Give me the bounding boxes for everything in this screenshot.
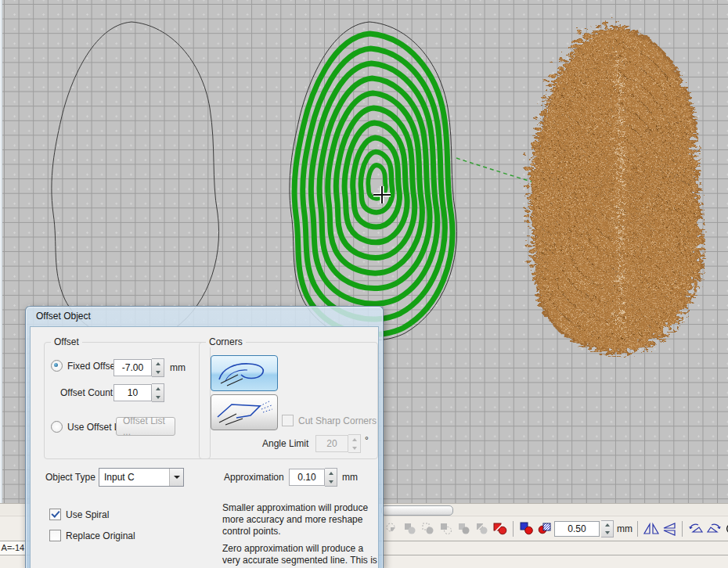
overlap-objects-icon[interactable]	[518, 519, 535, 538]
corners-group-label: Corners	[206, 336, 246, 347]
approximation-label: Approximation	[224, 472, 284, 483]
angle-limit-field[interactable]: 20	[315, 435, 348, 452]
angle-limit-label: Angle Limit	[262, 438, 308, 449]
angle-limit-unit: °	[365, 435, 369, 446]
offset-count-value: 10	[128, 387, 138, 398]
fixed-offset-unit: mm	[170, 362, 186, 373]
approximation-unit: mm	[342, 472, 358, 483]
offset-count-spinner[interactable]	[152, 383, 164, 402]
toolbar-separator	[682, 521, 683, 537]
status-text: 0 A=-14	[0, 543, 24, 552]
shaping-divide-icon[interactable]	[492, 519, 508, 538]
offset-group: Offset Fixed Offset -7.00 mm Offset Coun…	[44, 342, 211, 459]
offset-object-dialog: Offset Object Offset Fixed Offset -7.00 …	[25, 306, 384, 568]
round-corners-button[interactable]	[211, 355, 278, 391]
replace-original-label: Replace Original	[66, 530, 135, 541]
chevron-down-icon	[174, 476, 180, 479]
cut-sharp-corners-label: Cut Sharp Corners	[298, 415, 377, 426]
crosshair-cursor	[373, 186, 391, 203]
rotate-cw-icon[interactable]	[705, 519, 722, 538]
offset-group-label: Offset	[51, 336, 82, 347]
pattern-fill-icon[interactable]	[536, 519, 553, 538]
approximation-field[interactable]: 0.10	[289, 469, 325, 486]
use-offset-list-radio[interactable]	[51, 421, 63, 433]
toolbar-separator	[513, 521, 514, 537]
outline-width-unit: mm	[617, 523, 632, 534]
mirror-vertical-icon[interactable]	[661, 519, 677, 538]
offset-count-label: Offset Count	[60, 387, 110, 398]
approximation-note-1: Smaller approximation will produce more …	[222, 502, 377, 537]
corners-group: Corners Cut Sharp Corners Angle L	[199, 342, 378, 459]
offset-list-button[interactable]: Offset List ...	[116, 417, 175, 436]
cut-sharp-corners-checkbox[interactable]	[282, 415, 294, 426]
fixed-offset-field[interactable]: -7.00	[114, 359, 152, 376]
angle-limit-value: 20	[326, 438, 337, 449]
replace-original-checkbox[interactable]	[49, 530, 61, 541]
use-spiral-label: Use Spiral	[66, 509, 109, 520]
stitch-fill-shape[interactable]	[527, 23, 697, 347]
object-type-combo[interactable]: Input C	[99, 468, 184, 487]
dialog-client-area: Offset Fixed Offset -7.00 mm Offset Coun…	[30, 326, 379, 568]
rotate-ccw-icon[interactable]	[687, 519, 704, 538]
offset-count-field[interactable]: 10	[114, 384, 152, 401]
toolbar-separator	[637, 521, 638, 537]
sharp-corners-button[interactable]	[211, 394, 278, 430]
status-bar: 0 A=-14	[0, 541, 26, 555]
sharp-corners-icon	[214, 398, 274, 426]
outline-width-spinner[interactable]	[601, 520, 614, 537]
round-corners-icon	[214, 359, 274, 387]
use-spiral-checkbox[interactable]	[49, 509, 61, 520]
offset-list-button-label: Offset List ...	[123, 415, 168, 437]
fixed-offset-radio[interactable]	[51, 360, 63, 372]
dialog-titlebar[interactable]: Offset Object	[26, 307, 383, 325]
outline-shape[interactable]	[52, 22, 219, 340]
shaping-front-minus-back-icon[interactable]	[456, 519, 472, 538]
fixed-offset-spinner[interactable]	[152, 358, 164, 377]
fixed-offset-label: Fixed Offset	[67, 361, 117, 372]
shaping-intersect-icon[interactable]	[420, 519, 436, 538]
outline-width-field[interactable]: 0.50	[554, 521, 600, 537]
approximation-note-2: Zero approximation will produce a very a…	[222, 543, 377, 568]
shaping-back-minus-front-icon[interactable]	[474, 519, 490, 538]
angle-limit-spinner[interactable]	[348, 434, 361, 453]
mirror-horizontal-icon[interactable]	[643, 519, 659, 538]
scrollbar-thumb[interactable]	[381, 505, 453, 516]
shaping-simplify-icon[interactable]	[438, 519, 454, 538]
outline-width-value: 0.50	[568, 523, 586, 534]
approximation-value: 0.10	[297, 472, 315, 483]
dialog-title: Offset Object	[36, 311, 91, 322]
free-rotate-icon[interactable]	[723, 519, 728, 538]
shaping-trim-icon[interactable]	[402, 519, 418, 538]
combo-dropdown-button[interactable]	[169, 469, 183, 486]
shaping-weld-icon[interactable]	[384, 519, 400, 538]
fixed-offset-value: -7.00	[122, 362, 143, 373]
object-type-label: Object Type	[45, 472, 96, 483]
offset-spiral-shape[interactable]	[290, 22, 457, 340]
approximation-spinner[interactable]	[325, 468, 337, 487]
canvas-left-edge	[0, 0, 2, 503]
object-type-value: Input C	[99, 472, 135, 483]
